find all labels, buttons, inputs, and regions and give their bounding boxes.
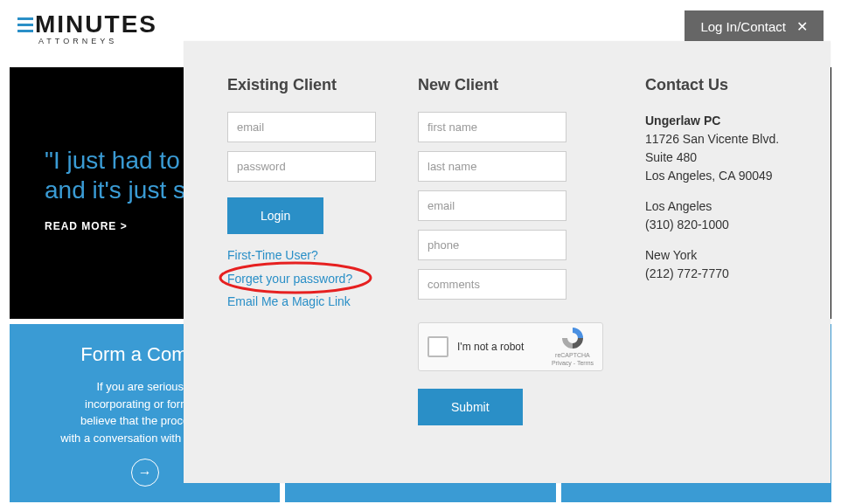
logo-subtitle: ATTORNEYS — [38, 37, 117, 45]
contact-address: Ungerlaw PC 11726 San Vicente Blvd. Suit… — [645, 112, 796, 185]
contact-ny: New York (212) 772-7770 — [645, 246, 796, 283]
contact-column: Contact Us Ungerlaw PC 11726 San Vicente… — [645, 76, 796, 439]
contact-heading: Contact Us — [645, 76, 796, 94]
logo-main: MINUTES — [17, 10, 157, 38]
contact-addr1: 11726 San Vicente Blvd. — [645, 132, 779, 146]
email-field[interactable] — [227, 112, 376, 142]
phone-field[interactable] — [418, 230, 566, 260]
recaptcha-terms: Privacy - Terms — [552, 360, 594, 367]
first-name-field[interactable] — [418, 112, 566, 142]
recaptcha-widget[interactable]: I'm not a robot reCAPTCHA Privacy - Term… — [418, 322, 603, 371]
contact-ny-phone: (212) 772-7770 — [645, 266, 729, 280]
logo[interactable]: MINUTES ATTORNEYS — [17, 10, 157, 45]
recaptcha-label: I'm not a robot — [457, 341, 543, 353]
first-time-user-link[interactable]: First-Time User? — [227, 248, 376, 262]
existing-client-heading: Existing Client — [227, 76, 376, 94]
contact-ny-label: New York — [645, 248, 697, 262]
read-more-link[interactable]: READ MORE > — [45, 220, 128, 232]
new-client-column: New Client I'm not a robot reCAPTCHA Pri… — [418, 76, 603, 439]
arrow-right-icon: → — [131, 459, 159, 487]
new-email-field[interactable] — [418, 190, 566, 221]
login-button[interactable]: Login — [227, 197, 323, 234]
new-client-heading: New Client — [418, 76, 603, 94]
contact-la: Los Angeles (310) 820-1000 — [645, 197, 796, 234]
login-contact-label: Log In/Contact — [700, 19, 786, 34]
contact-addr2: Suite 480 — [645, 150, 697, 164]
last-name-field[interactable] — [418, 151, 566, 182]
logo-text: MINUTES — [35, 10, 157, 38]
recaptcha-logo-icon — [561, 327, 584, 349]
contact-company: Ungerlaw PC — [645, 114, 720, 128]
forgot-password-link[interactable]: Forget your password? — [227, 272, 352, 286]
close-icon: ✕ — [796, 20, 808, 34]
recaptcha-brand: reCAPTCHA — [552, 352, 594, 359]
recaptcha-badge: reCAPTCHA Privacy - Terms — [552, 327, 594, 367]
login-contact-panel: Existing Client Login First-Time User? F… — [184, 41, 831, 483]
recaptcha-checkbox[interactable] — [427, 336, 448, 357]
logo-bars-icon — [17, 17, 33, 32]
contact-la-label: Los Angeles — [645, 199, 712, 213]
comments-field[interactable] — [418, 269, 566, 300]
contact-la-phone: (310) 820-1000 — [645, 217, 729, 231]
existing-client-column: Existing Client Login First-Time User? F… — [227, 76, 376, 439]
password-field[interactable] — [227, 151, 376, 182]
login-contact-button[interactable]: Log In/Contact ✕ — [685, 10, 824, 43]
magic-link[interactable]: Email Me a Magic Link — [227, 294, 376, 308]
contact-addr3: Los Angeles, CA 90049 — [645, 169, 773, 183]
submit-button[interactable]: Submit — [418, 389, 523, 425]
